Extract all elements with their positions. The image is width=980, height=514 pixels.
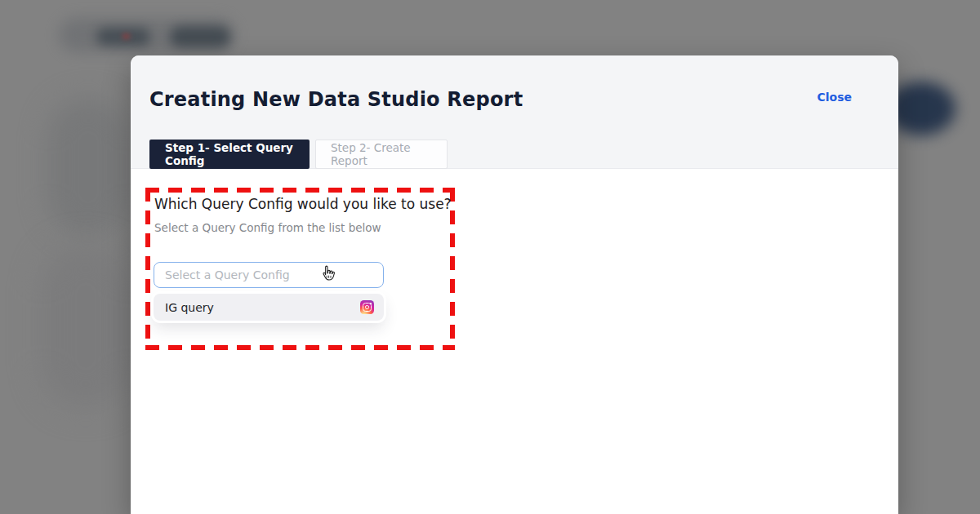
close-button[interactable]: Close: [817, 91, 852, 104]
query-config-select[interactable]: [154, 262, 384, 288]
query-config-option-ig-query[interactable]: IG query: [154, 294, 384, 321]
instagram-icon: [360, 300, 374, 314]
blurred-background-accent: [122, 34, 130, 38]
blurred-background-panel: [47, 98, 129, 237]
create-report-modal: Creating New Data Studio Report Close St…: [131, 55, 898, 514]
modal-title: Creating New Data Studio Report: [149, 88, 523, 111]
blurred-background-panel: [41, 245, 131, 408]
dashed-border-left: [145, 188, 150, 350]
question-hint: Select a Query Config from the list belo…: [154, 221, 381, 234]
option-label: IG query: [165, 301, 214, 314]
step-tabs: Step 1- Select Query Config Step 2- Crea…: [149, 140, 448, 169]
question-heading: Which Query Config would you like to use…: [154, 196, 452, 212]
tab-step2-create-report[interactable]: Step 2- Create Report: [315, 140, 448, 169]
blurred-background-text: [96, 28, 150, 46]
dashed-border-top: [145, 188, 455, 193]
blurred-background-text: [170, 26, 230, 47]
tab-step1-select-query-config[interactable]: Step 1- Select Query Config: [149, 140, 310, 169]
dashed-border-bottom: [145, 345, 455, 350]
blurred-background-button: [59, 18, 235, 52]
modal-header: Creating New Data Studio Report Close St…: [131, 55, 898, 169]
